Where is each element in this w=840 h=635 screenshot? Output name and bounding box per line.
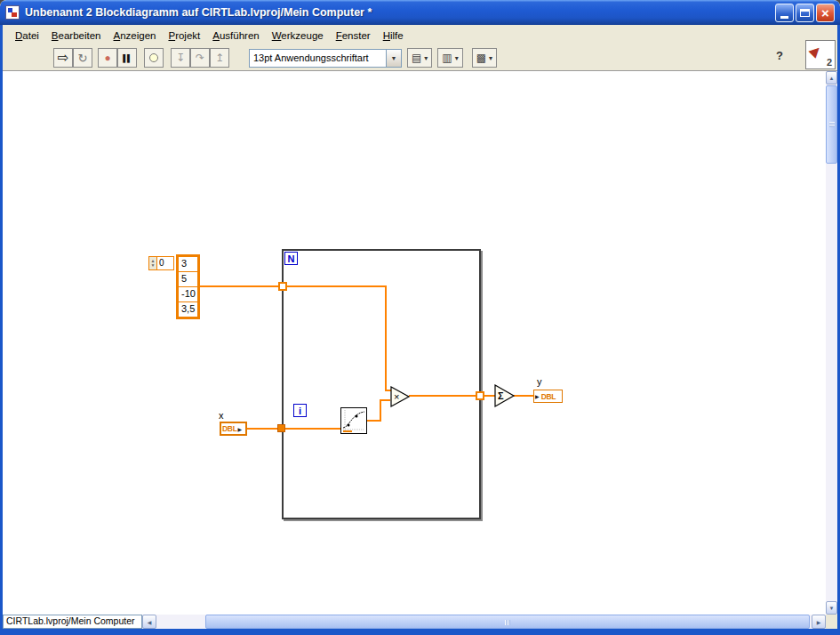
menu-fenster[interactable]: Fenster [330,27,377,44]
loop-input-tunnel[interactable] [278,282,287,291]
loop-input-tunnel-solid[interactable] [277,424,285,432]
close-button[interactable]: × [816,4,835,22]
menu-ausfuehren[interactable]: Ausführen [206,27,265,44]
menu-bearbeiten[interactable]: Bearbeiten [45,27,108,44]
align-objects-icon: ▤ [412,52,421,64]
lightbulb-icon [149,53,158,62]
vertical-scrollbar-thumb[interactable] [826,85,837,164]
scroll-down-icon: ▼ [829,606,835,611]
window-controls: × [775,4,835,22]
wire-segment[interactable] [247,428,278,430]
loop-count-terminal[interactable]: N [284,252,298,265]
step-over-icon: ↷ [196,52,204,64]
scroll-down-button[interactable]: ▼ [826,601,837,615]
scroll-right-icon: ▶ [817,619,821,625]
step-over-button[interactable]: ↷ [190,48,210,68]
loop-output-tunnel[interactable] [476,391,484,400]
font-selector-value: 13pt Anwendungsschriftart [250,50,386,67]
x-control-terminal[interactable]: DBL ▶ [220,422,247,436]
thumb-grip [829,122,835,123]
step-into-icon: ↧ [176,52,185,64]
chevron-down-icon: ▾ [455,54,459,62]
array-index-value: 0 [157,257,173,269]
multiply-icon: × [394,391,399,402]
labview-app-icon [5,5,20,20]
array-constant[interactable]: 3 5 -10 3,5 [176,254,200,319]
vertical-scrollbar[interactable]: ▲ ▼ [826,71,837,615]
wire-segment[interactable] [380,399,390,401]
loop-iteration-terminal[interactable]: i [293,404,307,417]
abort-icon: ● [104,52,110,64]
run-icon: ⇨ [58,50,69,66]
labview-window: Unbenannt 2 Blockdiagramm auf CIRTLab.lv… [0,0,840,635]
menu-anzeigen[interactable]: Anzeigen [108,27,163,44]
highlight-execution-button[interactable] [144,48,164,68]
titlebar[interactable]: Unbenannt 2 Blockdiagramm auf CIRTLab.lv… [0,0,840,25]
abort-button[interactable]: ● [98,48,117,68]
wire-segment[interactable] [380,400,381,422]
array-cell[interactable]: 3 [179,257,197,271]
wire-segment[interactable] [385,285,387,391]
menu-hilfe[interactable]: Hilfe [377,27,410,44]
menu-projekt[interactable]: Projekt [162,27,206,44]
help-button[interactable]: ? [772,49,788,67]
array-cell[interactable]: 5 [179,272,197,286]
sum-node[interactable]: Σ [494,384,516,408]
pause-button[interactable]: ▌▌ [117,48,137,68]
scroll-right-button[interactable]: ▶ [812,615,826,629]
block-diagram-canvas[interactable]: ▲▼ 0 3 5 -10 3,5 N i [3,71,826,615]
index-spinner[interactable]: ▲▼ [149,257,157,269]
step-out-button[interactable]: ↥ [210,48,229,68]
pause-icon: ▌▌ [123,54,131,62]
run-button[interactable]: ⇨ [53,48,73,68]
array-cell[interactable]: 3,5 [179,302,197,317]
wire-segment[interactable] [200,285,279,287]
logo-badge: 2 [827,57,832,68]
array-cell[interactable]: -10 [179,287,197,301]
scroll-up-button[interactable]: ▲ [826,71,837,84]
decrement-icon: ▼ [151,263,156,268]
run-continuously-button[interactable]: ↻ [73,48,92,68]
labview-logo[interactable]: ▶ 2 [805,40,836,69]
maximize-button[interactable] [796,4,814,22]
minimize-button[interactable] [775,4,794,22]
scroll-up-icon: ▲ [829,76,835,81]
wire-segment[interactable] [284,428,340,430]
horizontal-scrollbar-thumb[interactable] [205,615,810,629]
chevron-down-icon: ▾ [489,54,492,62]
multiply-node[interactable]: × [390,386,411,408]
wire-segment[interactable] [409,395,476,397]
step-into-button[interactable]: ↧ [171,48,190,68]
scroll-left-button[interactable]: ◀ [142,615,156,629]
chevron-down-icon: ▼ [391,55,397,61]
interpolate-array-node[interactable] [340,407,367,434]
y-indicator-type: DBL [540,392,556,401]
scroll-left-icon: ◀ [148,619,152,625]
align-objects-button[interactable]: ▤ ▾ [407,48,432,68]
y-indicator-label: y [537,376,542,387]
run-continuously-icon: ↻ [78,52,88,65]
wire-segment[interactable] [514,395,533,397]
y-indicator-terminal[interactable]: ▶ DBL [533,390,563,403]
for-loop-structure[interactable] [282,249,481,519]
x-control-label: x [219,410,224,421]
menu-werkzeuge[interactable]: Werkzeuge [266,27,330,44]
reorder-button[interactable]: ▩ ▾ [472,48,497,68]
wire-segment[interactable] [287,285,387,287]
x-control-type: DBL [221,424,237,433]
horizontal-scrollbar[interactable]: ◀ ▶ [142,615,826,629]
array-index-display[interactable]: ▲▼ 0 [148,256,174,270]
distribute-objects-button[interactable]: ▥ ▾ [437,48,462,68]
toolbar: ⇨ ↻ ● ▌▌ ↧ ↷ ↥ 13pt Anwendungsschriftart… [3,45,837,71]
reorder-icon: ▩ [476,52,486,64]
labview-logo-icon: ▶ [805,42,824,60]
control-arrow-icon: ▶ [237,426,244,432]
font-selector[interactable]: 13pt Anwendungsschriftart ▼ [249,49,402,68]
interpolate-graph-icon [341,408,366,433]
font-selector-dropdown-button[interactable]: ▼ [386,50,401,67]
distribute-objects-icon: ▥ [442,52,452,64]
execution-target-path[interactable]: CIRTLab.lvproj/Mein Computer [3,615,142,629]
menu-datei[interactable]: Datei [9,27,45,44]
thumb-grip [505,620,506,625]
chevron-down-icon: ▾ [424,54,428,62]
